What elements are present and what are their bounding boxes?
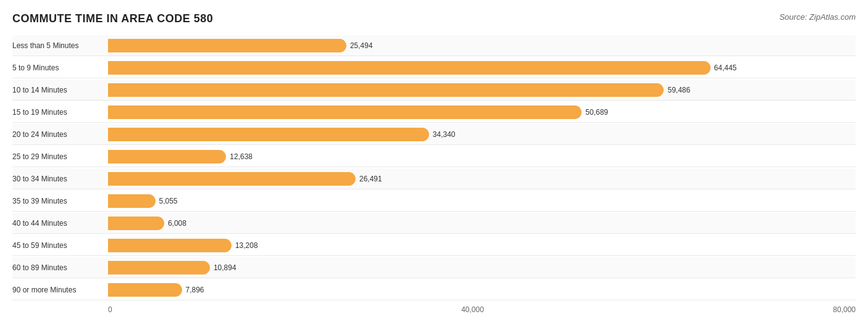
bar: 59,486 [108,83,664,97]
bar-row: 40 to 44 Minutes6,008 [12,213,856,234]
bar-container: 50,689 [108,105,856,119]
bar-label: 90 or more Minutes [12,286,108,294]
bar-value-label: 64,445 [714,64,737,72]
bar-row: 5 to 9 Minutes64,445 [12,57,856,78]
bar: 26,491 [108,172,356,186]
bar-container: 5,055 [108,194,856,208]
bar-row: 60 to 89 Minutes10,894 [12,257,856,278]
bar-value-label: 13,208 [235,241,258,250]
bar-row: 15 to 19 Minutes50,689 [12,102,856,123]
bar: 7,896 [108,283,182,297]
bar-container: 34,340 [108,128,856,141]
bar-row: 10 to 14 Minutes59,486 [12,80,856,101]
bar: 5,055 [108,194,156,208]
x-axis: 040,00080,000 [108,305,856,314]
x-axis-labels: 040,00080,000 [108,305,856,314]
bar-container: 26,491 [108,172,856,186]
bar-label: Less than 5 Minutes [12,41,108,50]
x-axis-tick-label: 0 [108,305,112,314]
bar-label: 20 to 24 Minutes [12,130,108,139]
bar-value-label: 7,896 [186,286,204,294]
bar: 13,208 [108,239,232,252]
chart-area: Less than 5 Minutes25,4945 to 9 Minutes6… [12,35,856,300]
bar-label: 25 to 29 Minutes [12,152,108,161]
x-axis-tick-label: 80,000 [833,305,856,314]
bar-row: 90 or more Minutes7,896 [12,279,856,300]
bar-label: 5 to 9 Minutes [12,64,108,72]
bar-value-label: 10,894 [214,263,236,272]
bar: 10,894 [108,261,210,275]
bar-row: 30 to 34 Minutes26,491 [12,168,856,189]
bar-container: 12,638 [108,150,856,163]
bar-row: Less than 5 Minutes25,494 [12,35,856,56]
bar-container: 7,896 [108,283,856,297]
bar: 34,340 [108,128,429,141]
bar-row: 25 to 29 Minutes12,638 [12,146,856,167]
bar-label: 60 to 89 Minutes [12,263,108,272]
chart-source: Source: ZipAtlas.com [779,12,856,22]
bar: 6,008 [108,217,164,230]
bar-value-label: 34,340 [433,130,456,139]
bar-row: 20 to 24 Minutes34,340 [12,124,856,145]
bar-value-label: 50,689 [585,108,608,117]
bar-value-label: 6,008 [168,219,186,228]
x-axis-tick-label: 40,000 [461,305,484,314]
bar-container: 25,494 [108,39,856,52]
bar-container: 6,008 [108,217,856,230]
bar-container: 64,445 [108,61,856,75]
bar-value-label: 25,494 [350,41,373,50]
chart-header: COMMUTE TIME IN AREA CODE 580 Source: Zi… [12,12,856,25]
bar-row: 45 to 59 Minutes13,208 [12,235,856,256]
bar-container: 59,486 [108,83,856,97]
bar-value-label: 26,491 [359,175,382,183]
bar-label: 15 to 19 Minutes [12,108,108,117]
bar-row: 35 to 39 Minutes5,055 [12,191,856,212]
bar: 50,689 [108,105,582,119]
bar-value-label: 12,638 [230,152,252,161]
bar-container: 10,894 [108,261,856,275]
bar-label: 30 to 34 Minutes [12,175,108,183]
chart-title: COMMUTE TIME IN AREA CODE 580 [12,12,213,25]
bar: 64,445 [108,61,711,75]
bar-label: 45 to 59 Minutes [12,241,108,250]
bar-container: 13,208 [108,239,856,252]
bar-label: 35 to 39 Minutes [12,197,108,205]
bar-label: 40 to 44 Minutes [12,219,108,228]
bar-value-label: 5,055 [159,197,178,205]
bar: 12,638 [108,150,226,163]
bar-value-label: 59,486 [667,86,690,94]
bar: 25,494 [108,39,346,52]
bar-label: 10 to 14 Minutes [12,86,108,94]
